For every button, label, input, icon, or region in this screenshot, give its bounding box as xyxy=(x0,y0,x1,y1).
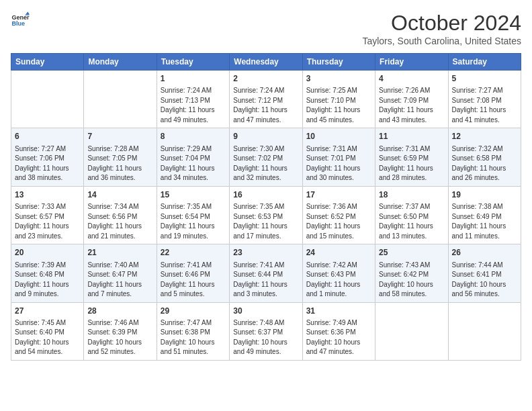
calendar-cell: 7Sunrise: 7:28 AM Sunset: 7:05 PM Daylig… xyxy=(84,128,157,186)
calendar-cell: 21Sunrise: 7:40 AM Sunset: 6:47 PM Dayli… xyxy=(84,244,157,302)
day-info: Sunrise: 7:26 AM Sunset: 7:09 PM Dayligh… xyxy=(379,86,444,125)
day-number: 23 xyxy=(233,247,298,259)
calendar-header-row: SundayMondayTuesdayWednesdayThursdayFrid… xyxy=(11,54,521,71)
day-number: 11 xyxy=(379,131,444,142)
day-number: 19 xyxy=(452,189,517,201)
day-number: 5 xyxy=(452,73,517,85)
svg-text:Blue: Blue xyxy=(11,20,25,27)
calendar-week-row: 1Sunrise: 7:24 AM Sunset: 7:13 PM Daylig… xyxy=(11,71,521,128)
day-info: Sunrise: 7:33 AM Sunset: 6:57 PM Dayligh… xyxy=(15,202,80,241)
day-info: Sunrise: 7:35 AM Sunset: 6:54 PM Dayligh… xyxy=(161,202,226,241)
calendar-week-row: 13Sunrise: 7:33 AM Sunset: 6:57 PM Dayli… xyxy=(11,186,521,244)
day-number: 9 xyxy=(233,131,298,142)
col-header-monday: Monday xyxy=(84,54,157,71)
calendar-cell: 22Sunrise: 7:41 AM Sunset: 6:46 PM Dayli… xyxy=(157,244,229,302)
day-info: Sunrise: 7:34 AM Sunset: 6:56 PM Dayligh… xyxy=(87,202,152,241)
calendar-week-row: 6Sunrise: 7:27 AM Sunset: 7:06 PM Daylig… xyxy=(11,128,521,186)
day-info: Sunrise: 7:44 AM Sunset: 6:41 PM Dayligh… xyxy=(452,261,517,300)
calendar-cell: 10Sunrise: 7:31 AM Sunset: 7:01 PM Dayli… xyxy=(302,128,375,186)
calendar-cell: 28Sunrise: 7:46 AM Sunset: 6:39 PM Dayli… xyxy=(84,302,157,360)
day-info: Sunrise: 7:36 AM Sunset: 6:52 PM Dayligh… xyxy=(306,202,371,241)
day-info: Sunrise: 7:49 AM Sunset: 6:36 PM Dayligh… xyxy=(306,318,371,357)
day-info: Sunrise: 7:28 AM Sunset: 7:05 PM Dayligh… xyxy=(87,144,152,183)
day-info: Sunrise: 7:32 AM Sunset: 6:58 PM Dayligh… xyxy=(452,144,517,183)
day-info: Sunrise: 7:24 AM Sunset: 7:12 PM Dayligh… xyxy=(233,86,298,125)
title-block: October 2024 Taylors, South Carolina, Un… xyxy=(362,11,521,46)
col-header-tuesday: Tuesday xyxy=(157,54,229,71)
day-info: Sunrise: 7:48 AM Sunset: 6:37 PM Dayligh… xyxy=(233,318,298,357)
calendar-cell: 5Sunrise: 7:27 AM Sunset: 7:08 PM Daylig… xyxy=(448,71,521,128)
calendar-cell: 26Sunrise: 7:44 AM Sunset: 6:41 PM Dayli… xyxy=(448,244,521,302)
calendar-cell: 11Sunrise: 7:31 AM Sunset: 6:59 PM Dayli… xyxy=(375,128,448,186)
day-number: 3 xyxy=(306,73,371,85)
calendar-cell: 19Sunrise: 7:38 AM Sunset: 6:49 PM Dayli… xyxy=(448,186,521,244)
calendar-cell: 27Sunrise: 7:45 AM Sunset: 6:40 PM Dayli… xyxy=(11,302,84,360)
day-number: 28 xyxy=(87,306,152,317)
col-header-friday: Friday xyxy=(375,54,448,71)
day-info: Sunrise: 7:30 AM Sunset: 7:02 PM Dayligh… xyxy=(233,144,298,183)
day-number: 6 xyxy=(15,131,80,142)
day-number: 13 xyxy=(15,189,80,201)
logo-icon: General Blue xyxy=(11,11,30,30)
day-number: 25 xyxy=(379,247,444,259)
calendar-cell: 8Sunrise: 7:29 AM Sunset: 7:04 PM Daylig… xyxy=(157,128,229,186)
calendar-cell xyxy=(11,71,84,128)
day-number: 26 xyxy=(452,247,517,259)
calendar-week-row: 27Sunrise: 7:45 AM Sunset: 6:40 PM Dayli… xyxy=(11,302,521,360)
day-number: 15 xyxy=(161,189,226,201)
day-info: Sunrise: 7:46 AM Sunset: 6:39 PM Dayligh… xyxy=(87,318,152,357)
day-number: 18 xyxy=(379,189,444,201)
calendar-cell: 12Sunrise: 7:32 AM Sunset: 6:58 PM Dayli… xyxy=(448,128,521,186)
calendar-cell xyxy=(448,302,521,360)
calendar-cell: 3Sunrise: 7:25 AM Sunset: 7:10 PM Daylig… xyxy=(302,71,375,128)
calendar-cell xyxy=(84,71,157,128)
day-info: Sunrise: 7:47 AM Sunset: 6:38 PM Dayligh… xyxy=(161,318,226,357)
day-info: Sunrise: 7:29 AM Sunset: 7:04 PM Dayligh… xyxy=(161,144,226,183)
day-info: Sunrise: 7:42 AM Sunset: 6:43 PM Dayligh… xyxy=(306,261,371,300)
day-info: Sunrise: 7:39 AM Sunset: 6:48 PM Dayligh… xyxy=(15,261,80,300)
day-number: 2 xyxy=(233,73,298,85)
day-info: Sunrise: 7:24 AM Sunset: 7:13 PM Dayligh… xyxy=(161,86,226,125)
day-number: 22 xyxy=(161,247,226,259)
calendar-cell: 24Sunrise: 7:42 AM Sunset: 6:43 PM Dayli… xyxy=(302,244,375,302)
day-info: Sunrise: 7:27 AM Sunset: 7:06 PM Dayligh… xyxy=(15,144,80,183)
day-number: 10 xyxy=(306,131,371,142)
calendar-cell: 18Sunrise: 7:37 AM Sunset: 6:50 PM Dayli… xyxy=(375,186,448,244)
logo: General Blue xyxy=(11,11,30,30)
month-title: October 2024 xyxy=(362,11,521,36)
day-number: 16 xyxy=(233,189,298,201)
day-info: Sunrise: 7:31 AM Sunset: 6:59 PM Dayligh… xyxy=(379,144,444,183)
day-info: Sunrise: 7:41 AM Sunset: 6:44 PM Dayligh… xyxy=(233,261,298,300)
calendar-cell: 17Sunrise: 7:36 AM Sunset: 6:52 PM Dayli… xyxy=(302,186,375,244)
calendar-cell: 16Sunrise: 7:35 AM Sunset: 6:53 PM Dayli… xyxy=(230,186,302,244)
col-header-wednesday: Wednesday xyxy=(230,54,302,71)
day-info: Sunrise: 7:25 AM Sunset: 7:10 PM Dayligh… xyxy=(306,86,371,125)
day-info: Sunrise: 7:45 AM Sunset: 6:40 PM Dayligh… xyxy=(15,318,80,357)
calendar-cell: 31Sunrise: 7:49 AM Sunset: 6:36 PM Dayli… xyxy=(302,302,375,360)
day-info: Sunrise: 7:37 AM Sunset: 6:50 PM Dayligh… xyxy=(379,202,444,241)
calendar-cell: 1Sunrise: 7:24 AM Sunset: 7:13 PM Daylig… xyxy=(157,71,229,128)
day-info: Sunrise: 7:27 AM Sunset: 7:08 PM Dayligh… xyxy=(452,86,517,125)
calendar-cell: 15Sunrise: 7:35 AM Sunset: 6:54 PM Dayli… xyxy=(157,186,229,244)
day-number: 24 xyxy=(306,247,371,259)
day-number: 7 xyxy=(87,131,152,142)
day-number: 14 xyxy=(87,189,152,201)
day-number: 29 xyxy=(161,306,226,317)
day-number: 12 xyxy=(452,131,517,142)
day-number: 8 xyxy=(161,131,226,142)
day-info: Sunrise: 7:41 AM Sunset: 6:46 PM Dayligh… xyxy=(161,261,226,300)
day-number: 20 xyxy=(15,247,80,259)
page-header: General Blue October 2024 Taylors, South… xyxy=(11,11,521,46)
calendar-week-row: 20Sunrise: 7:39 AM Sunset: 6:48 PM Dayli… xyxy=(11,244,521,302)
calendar-cell: 4Sunrise: 7:26 AM Sunset: 7:09 PM Daylig… xyxy=(375,71,448,128)
location-title: Taylors, South Carolina, United States xyxy=(362,36,521,46)
calendar-cell xyxy=(375,302,448,360)
day-number: 21 xyxy=(87,247,152,259)
day-number: 27 xyxy=(15,306,80,317)
col-header-saturday: Saturday xyxy=(448,54,521,71)
calendar-cell: 25Sunrise: 7:43 AM Sunset: 6:42 PM Dayli… xyxy=(375,244,448,302)
calendar-cell: 20Sunrise: 7:39 AM Sunset: 6:48 PM Dayli… xyxy=(11,244,84,302)
calendar-cell: 6Sunrise: 7:27 AM Sunset: 7:06 PM Daylig… xyxy=(11,128,84,186)
day-number: 1 xyxy=(161,73,226,85)
day-number: 30 xyxy=(233,306,298,317)
